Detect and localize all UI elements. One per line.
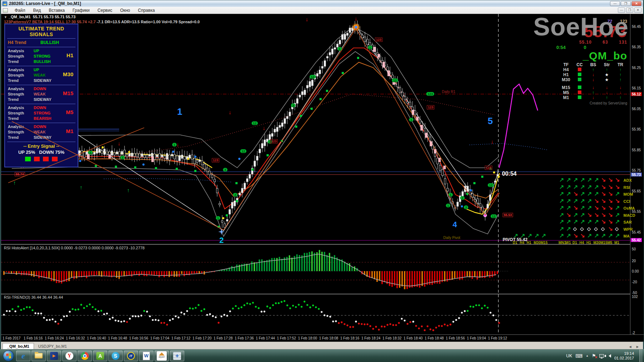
tray-time: 19:14	[614, 351, 634, 356]
taskbar-chrome-icon[interactable]	[78, 351, 92, 361]
matrix-arrow-u: ↗	[580, 219, 585, 225]
pink-box-marker	[438, 158, 441, 162]
taskbar-skype-icon[interactable]: S	[108, 351, 123, 361]
indicator-axis-label: -50	[632, 291, 637, 295]
time-axis-label: 1 Feb 16:24	[45, 336, 64, 340]
column-header: BS	[586, 62, 600, 67]
tab-usdjpy-bo-m1[interactable]: USDJPY_bo,M1	[34, 343, 71, 349]
menu-file[interactable]: Файл	[11, 7, 29, 14]
matrix-arrow-u: ↗	[559, 184, 564, 190]
sell-arrow-icon: ↓	[306, 17, 308, 22]
matrix-arrow-u: ↗	[580, 184, 585, 190]
wave-number-label: 4	[453, 220, 457, 229]
sell-arrow-icon: ↓	[176, 142, 179, 147]
taskbar-word-icon[interactable]: W	[139, 351, 153, 361]
taskbar-alpari-icon[interactable]: alpari	[155, 351, 169, 361]
time-axis-label: 1 Feb 18:00	[298, 336, 317, 340]
symbol-quote-line: ▼_QM_bo,M1 55.71 55.73 55.71 55.73	[4, 15, 75, 19]
matrix-row-label: SAR	[624, 220, 632, 224]
keyboard-icon[interactable]: ⌨	[575, 353, 582, 359]
network-icon[interactable]	[599, 354, 604, 358]
signal-row-value: BEARISH	[34, 116, 63, 121]
signal-row-label: Trend	[8, 97, 34, 102]
menu-window[interactable]: Окно	[116, 7, 134, 14]
time-axis-label: 1 Feb 18:32	[382, 336, 401, 340]
chevron-down-icon[interactable]: ▼	[4, 15, 7, 19]
histogram-indicator-label: RSI HistoAlert [14,0,20,3,1.50X] 0.0000 …	[4, 246, 145, 250]
start-button[interactable]	[3, 350, 14, 361]
daily-pivot-label: Daily Pivot	[443, 236, 460, 240]
pink-box-marker	[434, 149, 436, 153]
green-square-marker	[357, 57, 359, 59]
blue-dot-marker	[461, 205, 463, 207]
pink-box-marker	[430, 141, 432, 146]
tab-qm-bo-m1[interactable]: _QM_bo,M1	[3, 343, 34, 349]
green-square-marker	[342, 72, 344, 74]
child-restore-button[interactable]: ❐	[626, 8, 633, 13]
indicator-axis-label: 20	[632, 259, 636, 263]
matrix-row-label: ADX	[624, 178, 632, 182]
matrix-arrow-d: ↘	[594, 212, 599, 218]
matrix-arrow-u: ↗	[566, 233, 571, 239]
menu-view[interactable]: Вид	[29, 7, 45, 14]
menu-insert[interactable]: Вставка	[45, 7, 69, 14]
signal-row-label: Trend	[8, 78, 34, 83]
matrix-arrow-u: ↗	[559, 191, 564, 197]
taskbar-ie-icon[interactable]: e	[16, 351, 30, 361]
signal-row-value: UP	[34, 67, 63, 73]
matrix-arrow-d: ↘	[580, 233, 585, 239]
rsi-trend-indicator-label: RSI-TREND(3) 36.44 36.44 36.44	[4, 295, 63, 299]
price-axis-label: 55.45	[632, 230, 641, 234]
speaker-icon[interactable]	[609, 354, 611, 358]
taskbar-it-icon[interactable]: IT	[124, 351, 138, 361]
menu-charts[interactable]: Графики	[69, 7, 94, 14]
tray-date: 01.02.2017	[614, 356, 634, 361]
matrix-col-label: M5	[608, 241, 613, 245]
menu-help[interactable]: Справка	[134, 7, 159, 14]
hidden-icons-arrow[interactable]: ▲	[586, 354, 589, 357]
clock[interactable]: 19:14 01.02.2017	[614, 351, 636, 361]
yellow-dot-marker	[493, 171, 495, 173]
circled-number-marker: 12	[488, 183, 494, 187]
matrix-arrow-u: ↗	[587, 184, 592, 190]
signal-row-label: Analysis	[8, 48, 34, 54]
child-minimize-button[interactable]: —	[618, 8, 625, 13]
pink-box-marker	[382, 62, 385, 68]
sell-arrow-icon: ↓	[491, 139, 494, 144]
price-axis-highlight: 55.42	[631, 238, 642, 242]
time-axis-label: 1 Feb 16:16	[24, 336, 43, 340]
tab-scroll-arrows[interactable]: ◀ ▶	[629, 345, 641, 348]
entry-signal-block: -- Entry Signal -- UP 25% DOWN 75%	[7, 142, 75, 161]
pattern-123-label: 123	[270, 139, 278, 143]
buy-arrow-icon: ↑	[80, 185, 83, 190]
price-axis-label: 56.05	[632, 107, 641, 111]
taskbar-metatrader-icon[interactable]: +	[170, 351, 184, 361]
taskbar-green-a-icon[interactable]: A	[93, 351, 107, 361]
green-square-marker	[281, 140, 283, 142]
close-button[interactable]: ✕	[631, 1, 641, 6]
time-axis-label: 1 Feb 16:32	[66, 336, 85, 340]
column-header: CC	[573, 62, 586, 67]
signal-row-value: BULLISH	[34, 59, 63, 64]
language-indicator[interactable]: UK	[566, 353, 572, 358]
taskbar-yandex-icon[interactable]: Y	[62, 351, 77, 361]
price-axis-highlight: 56.12	[631, 92, 642, 96]
matrix-arrow-d: ↘	[615, 198, 620, 204]
title-bar[interactable]: 280265: Larson-Live - [_QM_bo,M1] — ❐ ✕	[1, 0, 643, 7]
taskbar-explorer-icon[interactable]	[31, 351, 46, 361]
child-close-button[interactable]: ✕	[634, 8, 641, 13]
panel-separator[interactable]	[1, 294, 644, 294]
restore-button[interactable]: ❐	[621, 1, 631, 6]
show-desktop-button[interactable]	[639, 349, 643, 362]
matrix-arrow-u: ↗	[580, 212, 585, 218]
matrix-arrow-d: ↘	[587, 212, 592, 218]
menu-service[interactable]: Сервис	[94, 7, 116, 14]
action-center-flag-icon[interactable]: ⚑✕	[592, 353, 596, 358]
minimize-button[interactable]: —	[610, 1, 620, 6]
signal-row-label: Strength	[8, 111, 34, 116]
chart-area[interactable]: ▼_QM_bo,M1 55.71 55.73 55.71 55.73 123Pa…	[1, 14, 644, 342]
time-axis-label: 1 Feb 17:12	[171, 336, 190, 340]
taskbar-media-player-icon[interactable]: ▶	[47, 351, 61, 361]
time-axis-label: 1 Feb 17:28	[214, 336, 233, 340]
entry-square-red	[34, 157, 40, 161]
